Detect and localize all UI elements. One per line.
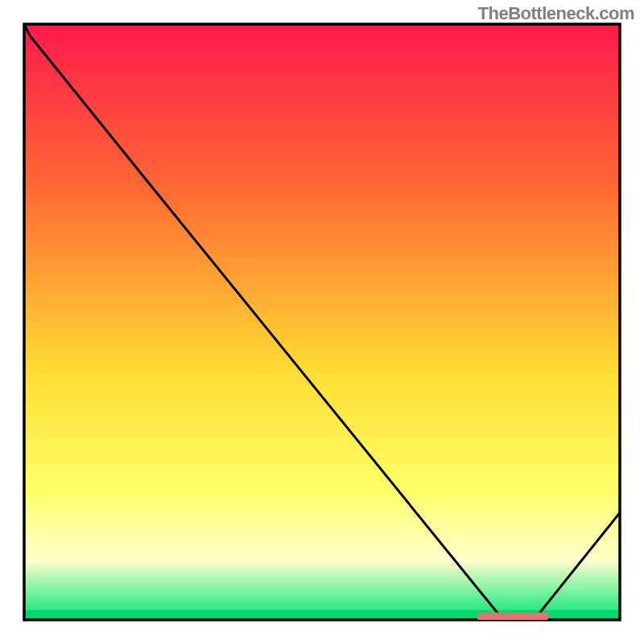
optimal-marker bbox=[477, 613, 548, 621]
chart-container: { "attribution": "TheBottleneck.com", "c… bbox=[0, 0, 644, 644]
bottleneck-chart bbox=[0, 0, 644, 644]
attribution-text: TheBottleneck.com bbox=[478, 3, 634, 24]
plot-background bbox=[24, 24, 620, 620]
